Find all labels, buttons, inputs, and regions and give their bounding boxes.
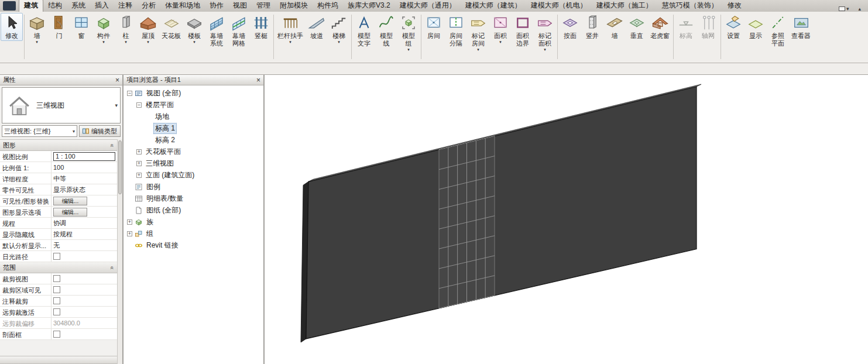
graphic-display-options-button[interactable]: 编辑... <box>53 208 87 217</box>
tree-expand-icon[interactable]: + <box>127 219 132 225</box>
ribbon-button-viewer[interactable]: 查看器 <box>789 13 813 41</box>
tree-item-families[interactable]: +族 <box>123 216 263 228</box>
tab-systems[interactable]: 系统 <box>67 0 90 12</box>
tree-item-floor-plans[interactable]: −楼层平面 <box>123 99 263 111</box>
ribbon-button-workplane-set[interactable]: 设置 <box>722 13 745 41</box>
ribbon-button-level[interactable]: 标高 <box>675 13 697 41</box>
crop-view-checkbox[interactable] <box>53 275 60 282</box>
tree-item-views-all[interactable]: −视图 (全部) <box>123 87 263 99</box>
ribbon-button-window[interactable]: 窗 <box>70 13 92 41</box>
tree-item-3d-views[interactable]: +三维视图 <box>123 157 263 169</box>
ribbon-button-tag-room[interactable]: 标记房间▾ <box>467 13 489 53</box>
tree-item-sheets[interactable]: 图纸 (全部) <box>123 204 263 216</box>
section-collapse-icon[interactable]: « <box>109 266 116 269</box>
property-value[interactable]: 协调 <box>52 218 117 228</box>
ribbon-button-stair[interactable]: 楼梯▾ <box>328 13 350 45</box>
section-collapse-icon[interactable]: « <box>109 143 116 147</box>
instance-selector-combo[interactable]: 三维视图: {三维} ▾ <box>2 125 77 137</box>
tab-modeling-master-construction[interactable]: 建模大师（施工） <box>592 0 657 12</box>
tree-item-site[interactable]: 场地 <box>123 111 263 122</box>
property-value[interactable]: 304800.0 <box>52 318 117 328</box>
tab-family-library-master[interactable]: 族库大师V3.2 <box>343 0 395 12</box>
scrollbar-thumb[interactable] <box>118 140 122 194</box>
ribbon-button-workplane-show[interactable]: 显示 <box>745 13 767 41</box>
edit-type-button[interactable]: 编辑类型 <box>79 125 121 137</box>
ribbon-button-curtain-system[interactable]: 幕墙系统 <box>205 13 228 49</box>
tab-analyze[interactable]: 分析 <box>137 0 160 12</box>
type-selector-arrow-icon[interactable]: ▾ <box>115 102 118 108</box>
ribbon-button-tag-area[interactable]: 标记面积▾ <box>534 13 556 53</box>
tab-structure[interactable]: 结构 <box>43 0 67 12</box>
ribbon-button-ceiling[interactable]: 天花板 <box>159 13 183 41</box>
tab-component-hub[interactable]: 构件坞 <box>313 0 343 12</box>
tree-expand-icon[interactable]: + <box>136 149 142 154</box>
tree-expand-icon[interactable]: + <box>127 231 132 236</box>
properties-scrollbar[interactable] <box>117 139 122 364</box>
ribbon-button-opening-shaft[interactable]: 竖井 <box>581 13 603 41</box>
ribbon-button-opening-dormer[interactable]: 老虎窗 <box>648 13 672 41</box>
tab-collaborate[interactable]: 协作 <box>205 0 228 12</box>
close-icon[interactable]: × <box>115 77 119 84</box>
tree-item-legends[interactable]: 图例 <box>123 181 263 193</box>
ribbon-button-curtain-grid[interactable]: 幕墙网格 <box>228 13 250 49</box>
property-value[interactable]: 100 <box>52 162 117 173</box>
ribbon-button-floor[interactable]: 楼板▾ <box>183 13 205 45</box>
view-scale-dropdown[interactable]: 1 : 100 <box>53 152 115 161</box>
far-clip-active-checkbox[interactable] <box>53 308 60 315</box>
minimize-ribbon-icon[interactable]: ▴ <box>858 6 861 12</box>
tab-huizhu-qiaomo-decoration[interactable]: 慧筑巧模（装饰） <box>657 0 723 12</box>
ribbon-button-column[interactable]: 柱▾ <box>115 13 137 45</box>
drawing-area[interactable] <box>265 75 868 364</box>
tab-modeling-master-general[interactable]: 建模大师（通用） <box>395 0 461 12</box>
project-browser-title-bar[interactable]: 项目浏览器 - 项目1 × <box>123 75 263 85</box>
tree-item-ceiling-plans[interactable]: +天花板平面 <box>123 146 263 157</box>
ribbon-button-area[interactable]: 面积▾ <box>489 13 512 45</box>
ribbon-button-opening-wall[interactable]: 墙 <box>603 13 626 41</box>
property-section-extents[interactable]: 范围« <box>0 262 117 273</box>
property-value[interactable]: 按规程 <box>52 229 117 239</box>
tab-manage[interactable]: 管理 <box>252 0 275 12</box>
tree-item-schedules[interactable]: 明细表/数量 <box>123 193 263 204</box>
ribbon-button-component[interactable]: 构件▾ <box>92 13 115 45</box>
ribbon-button-model-group[interactable]: 模型组▾ <box>397 13 420 53</box>
ribbon-button-door[interactable]: 门 <box>48 13 70 41</box>
tab-add-ins[interactable]: 附加模块 <box>275 0 313 12</box>
annotation-crop-checkbox[interactable] <box>53 297 60 304</box>
tree-expand-icon[interactable]: + <box>136 173 142 178</box>
crop-region-visible-checkbox[interactable] <box>53 286 60 293</box>
sun-path-checkbox[interactable] <box>53 253 60 260</box>
vg-overrides-button[interactable]: 编辑... <box>53 197 87 205</box>
tree-item-groups[interactable]: +组 <box>123 228 263 239</box>
tab-architecture[interactable]: 建筑 <box>19 0 43 12</box>
property-section-graphics[interactable]: 图形« <box>0 140 117 151</box>
tree-item-revit-links[interactable]: Revit 链接 <box>123 239 263 251</box>
ribbon-button-ref-plane[interactable]: 参照平面 <box>767 13 789 49</box>
ribbon-button-ramp[interactable]: 坡道 <box>306 13 328 41</box>
ribbon-button-opening-vertical[interactable]: 垂直 <box>626 13 648 41</box>
ribbon-button-modify[interactable]: 修改 <box>1 13 23 41</box>
close-icon[interactable]: × <box>256 77 260 84</box>
ribbon-display-options-icon[interactable]: ▾ <box>839 6 849 12</box>
tab-insert[interactable]: 插入 <box>90 0 114 12</box>
3d-wall-model[interactable] <box>265 75 868 364</box>
ribbon-button-opening-by-face[interactable]: 按面 <box>559 13 581 41</box>
ribbon-button-wall[interactable]: 墙▾ <box>26 13 48 45</box>
tab-modeling-master-arch[interactable]: 建模大师（建筑） <box>461 0 526 12</box>
property-value[interactable]: 显示原状态 <box>52 184 117 195</box>
app-menu-icon[interactable] <box>3 1 16 11</box>
tab-view[interactable]: 视图 <box>228 0 252 12</box>
tree-item-level-2[interactable]: 标高 2 <box>123 134 263 146</box>
property-value[interactable]: 中等 <box>52 173 117 184</box>
ribbon-button-grid[interactable]: 轴网 <box>697 13 719 41</box>
ribbon-button-area-boundary[interactable]: 面积边界 <box>512 13 534 49</box>
properties-title-bar[interactable]: 属性 × <box>0 75 122 85</box>
tab-annotate[interactable]: 注释 <box>114 0 137 12</box>
ribbon-button-railing[interactable]: 栏杆扶手▾ <box>275 13 306 45</box>
tree-collapse-icon[interactable]: − <box>136 102 142 108</box>
ribbon-button-mullion[interactable]: 竖梃 <box>250 13 272 41</box>
tab-massing-site[interactable]: 体量和场地 <box>160 0 205 12</box>
tree-item-level-1[interactable]: 标高 1 <box>123 122 263 134</box>
section-box-checkbox[interactable] <box>53 331 60 338</box>
property-value[interactable]: 无 <box>52 240 117 250</box>
ribbon-button-room-separator[interactable]: 房间分隔 <box>445 13 467 49</box>
